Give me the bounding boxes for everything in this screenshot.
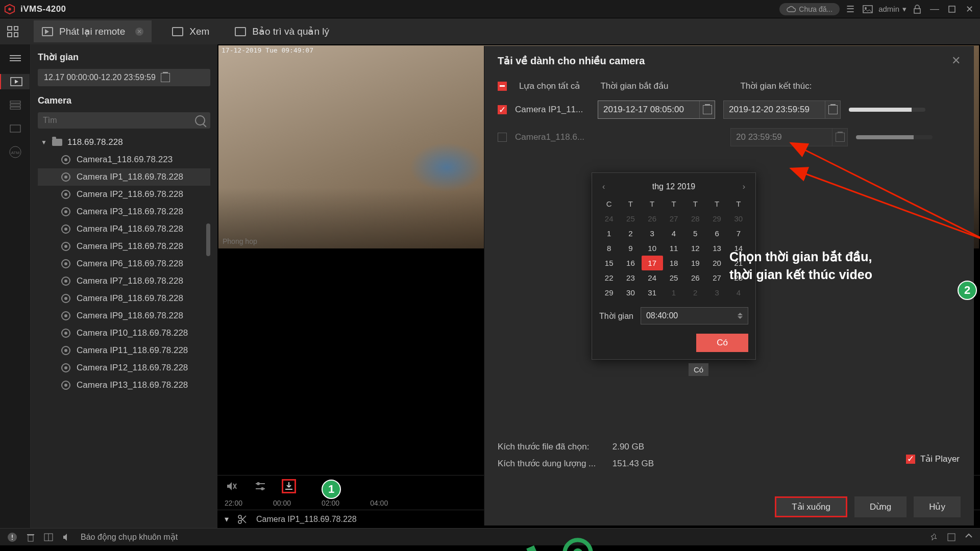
rail-hamburger[interactable] (6, 51, 24, 66)
scissors-icon[interactable] (238, 515, 247, 524)
close-icon[interactable]: ✕ (951, 54, 961, 67)
camera-search[interactable] (38, 112, 210, 129)
alert-icon[interactable] (7, 532, 17, 542)
volume-icon[interactable] (62, 533, 71, 541)
download-button[interactable]: Tải xuống (775, 496, 847, 517)
apps-grid-icon[interactable] (7, 26, 18, 37)
calendar-day[interactable]: 27 (663, 211, 684, 226)
time-range-picker[interactable]: 12.17 00:00:00-12.20 23:59:59 (38, 69, 210, 86)
tab-maintenance[interactable]: Bảo trì và quản lý (230, 22, 334, 40)
calendar-day[interactable]: 25 (663, 270, 684, 285)
calendar-day[interactable]: 22 (598, 270, 620, 285)
layout-icon[interactable] (44, 533, 53, 541)
rail-list[interactable] (6, 97, 24, 113)
calendar-day[interactable]: 21 (728, 256, 749, 270)
calendar-day[interactable]: 4 (663, 226, 684, 241)
calendar-day[interactable]: 9 (620, 241, 641, 256)
calendar-day[interactable]: 23 (620, 270, 641, 285)
camera-item[interactable]: Camera IP12_118.69.78.228 (38, 359, 210, 377)
calendar-day[interactable]: 26 (684, 270, 706, 285)
scrollbar-thumb[interactable] (206, 223, 210, 256)
search-input[interactable] (43, 116, 195, 125)
camera-item[interactable]: Camera IP6_118.69.78.228 (38, 255, 210, 272)
calendar-day[interactable]: 2 (620, 226, 641, 241)
camera-item[interactable]: Camera1_118.69.78.223 (38, 151, 210, 168)
calendar-day[interactable]: 19 (684, 256, 706, 270)
calendar-day[interactable]: 4 (728, 285, 749, 300)
calendar-day[interactable]: 12 (684, 241, 706, 256)
camera-item[interactable]: Camera IP8_118.69.78.228 (38, 290, 210, 307)
calendar-day[interactable]: 10 (642, 241, 663, 256)
trash-icon[interactable] (27, 533, 35, 542)
lock-icon[interactable] (911, 3, 924, 16)
rail-atm[interactable]: ATM (6, 144, 24, 160)
download-icon[interactable] (282, 479, 296, 493)
download-player-option[interactable]: ✓ Tải Player (906, 454, 960, 464)
calendar-time-input[interactable]: 08:40:00 (641, 307, 748, 324)
row-checkbox[interactable]: ✓ (498, 105, 507, 114)
cloud-status-pill[interactable]: Chưa đă... (779, 3, 840, 15)
calendar-icon[interactable] (825, 101, 840, 118)
spinner-icon[interactable] (738, 313, 743, 319)
picture-icon[interactable] (861, 3, 874, 16)
calendar-day[interactable]: 11 (663, 241, 684, 256)
calendar-day[interactable]: 27 (706, 270, 727, 285)
settings-icon[interactable] (253, 479, 267, 493)
calendar-day[interactable]: 2 (684, 285, 706, 300)
player-checkbox[interactable]: ✓ (906, 455, 915, 464)
calendar-day[interactable]: 1 (598, 226, 620, 241)
camera-item[interactable]: Camera IP13_118.69.78.228 (38, 377, 210, 394)
calendar-day[interactable]: 20 (706, 256, 727, 270)
camera-item[interactable]: Camera IP4_118.69.78.228 (38, 220, 210, 238)
row-checkbox[interactable] (498, 133, 507, 142)
calendar-day[interactable]: 18 (663, 256, 684, 270)
calendar-day[interactable]: 1 (663, 285, 684, 300)
select-all-checkbox[interactable] (498, 82, 507, 91)
calendar-day[interactable]: 3 (706, 285, 727, 300)
start-datetime-picker[interactable] (598, 101, 715, 119)
user-dropdown[interactable]: admin ▾ (878, 5, 906, 14)
stop-button[interactable]: Dừng (854, 496, 906, 517)
calendar-day[interactable]: 8 (598, 241, 620, 256)
calendar-day[interactable]: 26 (642, 211, 663, 226)
maximize-button[interactable] (945, 3, 959, 16)
calendar-day[interactable]: 25 (620, 211, 641, 226)
calendar-day[interactable]: 13 (706, 241, 727, 256)
prev-month-button[interactable]: ‹ (599, 180, 608, 193)
tree-group[interactable]: ▼ 118.69.78.228 (38, 134, 210, 151)
next-month-button[interactable]: › (740, 180, 748, 193)
camera-item[interactable]: Camera IP7_118.69.78.228 (38, 272, 210, 290)
camera-item[interactable]: Camera IP9_118.69.78.228 (38, 307, 210, 324)
camera-item[interactable]: Camera IP3_118.69.78.228 (38, 203, 210, 220)
calendar-day[interactable]: 7 (728, 226, 749, 241)
rail-playback[interactable] (0, 74, 30, 89)
camera-item[interactable]: Camera IP11_118.69.78.228 (38, 342, 210, 359)
calendar-day[interactable]: 3 (642, 226, 663, 241)
calendar-day[interactable]: 16 (620, 256, 641, 270)
camera-item[interactable]: Camera IP1_118.69.78.228 (38, 168, 210, 186)
calendar-day[interactable]: 15 (598, 256, 620, 270)
calendar-day[interactable]: 30 (620, 285, 641, 300)
mute-icon[interactable] (225, 479, 239, 493)
calendar-icon[interactable] (699, 101, 715, 118)
calendar-day[interactable]: 17 (642, 256, 663, 270)
cancel-button[interactable]: Hủy (914, 496, 961, 517)
filter-icon[interactable]: ▾ (225, 514, 229, 524)
list-icon[interactable]: ☰ (844, 3, 857, 16)
minimize-button[interactable]: ― (928, 3, 941, 16)
calendar-day[interactable]: 30 (728, 211, 749, 226)
expand-icon[interactable] (965, 533, 973, 541)
tab-view[interactable]: Xem (167, 23, 214, 40)
pin-icon[interactable] (930, 533, 938, 541)
calendar-icon[interactable] (832, 129, 847, 146)
calendar-day[interactable]: 6 (706, 226, 727, 241)
end-datetime-picker[interactable] (723, 101, 841, 119)
calendar-day[interactable]: 28 (684, 211, 706, 226)
calendar-day[interactable]: 29 (706, 211, 727, 226)
end-datetime-picker[interactable] (730, 128, 848, 146)
camera-item[interactable]: Camera IP5_118.69.78.228 (38, 238, 210, 255)
calendar-day[interactable]: 5 (684, 226, 706, 241)
close-button[interactable]: ✕ (963, 3, 976, 16)
camera-item[interactable]: Camera IP10_118.69.78.228 (38, 324, 210, 342)
calendar-day[interactable]: 14 (728, 241, 749, 256)
